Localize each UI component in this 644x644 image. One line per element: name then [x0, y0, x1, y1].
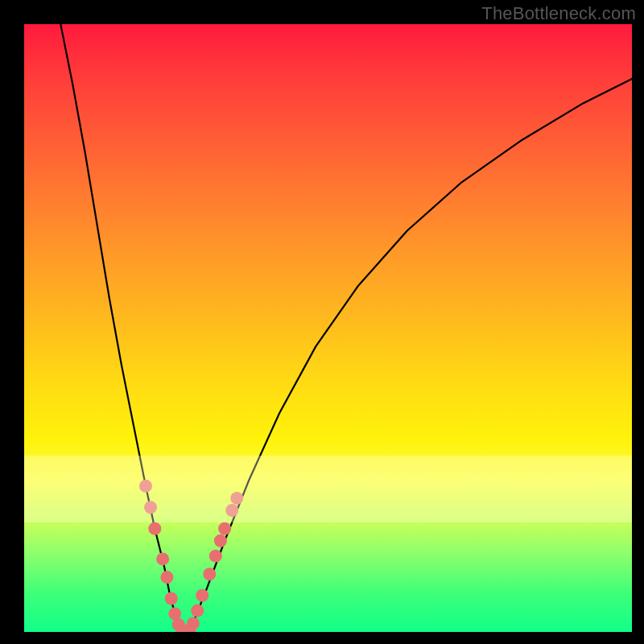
- marker-dot: [148, 522, 161, 535]
- marker-dot: [225, 504, 238, 517]
- marker-dot: [160, 571, 173, 584]
- watermark-text: TheBottleneck.com: [481, 3, 636, 24]
- marker-dot: [165, 592, 178, 605]
- curve-right-branch: [188, 79, 632, 632]
- marker-dot: [230, 492, 243, 505]
- marker-dot: [168, 607, 181, 620]
- marker-dot: [172, 618, 185, 631]
- chart-svg: [24, 24, 632, 632]
- marker-dot: [183, 624, 196, 632]
- marker-dot: [218, 522, 231, 535]
- marker-dot: [175, 624, 188, 632]
- marker-dot: [139, 480, 152, 493]
- chart-frame: TheBottleneck.com: [0, 0, 644, 644]
- marker-dot: [180, 625, 192, 632]
- marker-dot: [156, 552, 169, 565]
- plot-area: [24, 24, 632, 632]
- marker-dot: [144, 501, 157, 514]
- marker-dot: [203, 568, 216, 580]
- marker-dot: [209, 550, 222, 563]
- marker-dot: [191, 605, 204, 617]
- marker-dot: [214, 535, 227, 547]
- marker-dot: [187, 617, 200, 630]
- curve-left-branch: [60, 24, 182, 632]
- marker-dot: [196, 589, 208, 602]
